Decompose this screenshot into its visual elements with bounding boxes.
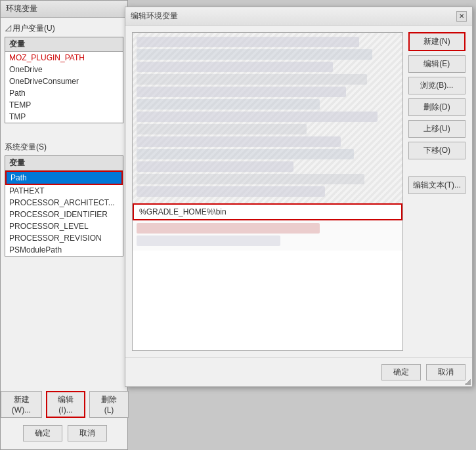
system-action-buttons: 新建(W)... 编辑(I)... 删除(L) <box>1 391 129 418</box>
dialog-footer: 确定 取消 <box>125 358 472 386</box>
user-var-onedrive[interactable]: OneDrive <box>5 64 123 75</box>
env-window-title: 环境变量 <box>1 1 127 18</box>
browse-button[interactable]: 浏览(B)... <box>408 77 465 94</box>
edit-text-button[interactable]: 编辑文本(T)... <box>408 176 465 194</box>
system-var-proc-level[interactable]: PROCESSOR_LEVEL <box>5 220 123 232</box>
dialog-ok-button[interactable]: 确定 <box>381 364 421 380</box>
user-vars-section: ⊿用户变量(U) 变量 MOZ_PLUGIN_PATH OneDrive One… <box>1 18 127 126</box>
system-var-proc-arch[interactable]: PROCESSOR_ARCHITECT... <box>5 197 123 209</box>
system-delete-button[interactable]: 删除(L) <box>89 391 129 418</box>
user-var-tmp[interactable]: TMP <box>5 111 123 123</box>
dialog-body: %GRADLE_HOME%\bin 新建(N) 编辑(E) 浏览(B)... 删… <box>125 26 472 358</box>
system-var-psmodule[interactable]: PSModulePath <box>5 244 123 256</box>
dialog-titlebar: 编辑环境变量 ✕ <box>125 7 472 26</box>
user-var-moz[interactable]: MOZ_PLUGIN_PATH <box>5 52 123 64</box>
dialog-title: 编辑环境变量 <box>131 10 178 22</box>
user-var-path[interactable]: Path <box>5 87 123 99</box>
system-edit-button[interactable]: 编辑(I)... <box>46 391 85 418</box>
new-button[interactable]: 新建(N) <box>408 32 465 51</box>
resize-handle[interactable] <box>464 378 471 385</box>
system-var-path[interactable]: Path <box>5 171 123 185</box>
env-variables-window: 环境变量 ⊿用户变量(U) 变量 MOZ_PLUGIN_PATH OneDriv… <box>0 0 128 450</box>
dialog-close-button[interactable]: ✕ <box>456 11 467 22</box>
env-ok-cancel-buttons: 确定 取消 <box>1 425 129 441</box>
system-section-label: 系统变量(S) <box>5 142 123 153</box>
path-list-area: %GRADLE_HOME%\bin <box>132 32 403 351</box>
highlighted-path-entry[interactable]: %GRADLE_HOME%\bin <box>133 203 402 220</box>
dialog-cancel-button[interactable]: 取消 <box>426 364 465 380</box>
system-new-button[interactable]: 新建(W)... <box>1 391 42 418</box>
system-var-proc-rev[interactable]: PROCESSOR_REVISION <box>5 232 123 244</box>
move-down-button[interactable]: 下移(O) <box>408 142 465 159</box>
user-var-temp[interactable]: TEMP <box>5 99 123 111</box>
user-var-onedriveconsumer[interactable]: OneDriveConsumer <box>5 75 123 87</box>
user-section-label: ⊿用户变量(U) <box>5 23 123 34</box>
user-vars-table: 变量 MOZ_PLUGIN_PATH OneDrive OneDriveCons… <box>5 37 123 123</box>
move-up-button[interactable]: 上移(U) <box>408 120 465 138</box>
edit-button[interactable]: 编辑(E) <box>408 55 465 73</box>
env-ok-button[interactable]: 确定 <box>23 425 62 441</box>
env-cancel-button[interactable]: 取消 <box>68 425 107 441</box>
system-var-pathext[interactable]: PATHEXT <box>5 185 123 197</box>
delete-button[interactable]: 删除(D) <box>408 98 465 116</box>
system-table-header: 变量 <box>5 156 123 171</box>
edit-env-dialog: 编辑环境变量 ✕ <box>125 7 473 387</box>
system-vars-section: 系统变量(S) 变量 Path PATHEXT PROCESSOR_ARCHIT… <box>1 136 127 259</box>
system-var-proc-id[interactable]: PROCESSOR_IDENTIFIER <box>5 209 123 220</box>
right-action-buttons: 新建(N) 编辑(E) 浏览(B)... 删除(D) 上移(U) 下移(O) 编… <box>408 32 465 351</box>
system-vars-table: 变量 Path PATHEXT PROCESSOR_ARCHITECT... P… <box>5 155 123 256</box>
user-table-header: 变量 <box>5 37 123 52</box>
